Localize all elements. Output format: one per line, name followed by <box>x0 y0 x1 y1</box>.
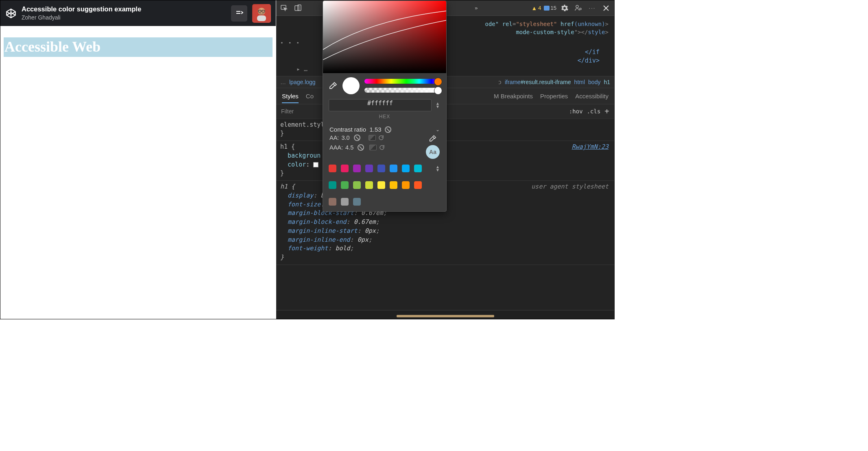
source-link[interactable]: RwajYmN:23 <box>572 143 608 152</box>
ua-property-row[interactable]: margin-inline-end: 0px; <box>280 236 608 245</box>
palette-swatch[interactable] <box>329 181 336 189</box>
close-icon[interactable] <box>600 2 612 14</box>
breadcrumb-item[interactable]: lpage.logg <box>289 79 316 85</box>
color-format-label: HEX <box>323 112 446 124</box>
codepen-logo-icon <box>5 8 17 19</box>
console-drawer-handle[interactable] <box>276 310 614 319</box>
breadcrumb-item[interactable]: body <box>588 79 600 85</box>
aaa-fail-icon <box>358 144 364 151</box>
palette-swatch[interactable] <box>353 165 361 172</box>
svg-point-14 <box>580 8 581 10</box>
aaa-fix-swatch-icon[interactable] <box>369 145 377 150</box>
contrast-fail-icon <box>385 126 391 133</box>
hov-toggle[interactable]: :hov <box>569 108 583 115</box>
aaa-threshold-row: AAA: 4.5 <box>329 144 420 151</box>
palette-swatch[interactable] <box>402 165 410 172</box>
more-options-icon[interactable]: ··· <box>587 2 598 14</box>
palette-swatch[interactable] <box>377 165 385 172</box>
palette-swatch[interactable] <box>365 165 373 172</box>
new-rule-button[interactable]: + <box>604 107 609 116</box>
hue-slider[interactable] <box>364 79 441 84</box>
pen-author[interactable]: Zoher Ghadyali <box>22 14 226 21</box>
ua-property-row[interactable]: margin-block-end: 0.67em; <box>280 218 608 227</box>
contrast-ratio-row[interactable]: Contrast ratio 1.53 ⌄ <box>323 124 446 134</box>
aa-threshold-row: AA: 3.0 <box>329 134 420 141</box>
contrast-value: 1.53 <box>369 126 381 133</box>
alpha-slider[interactable] <box>364 88 441 93</box>
expand-icon[interactable] <box>231 5 247 22</box>
palette-swatch[interactable] <box>402 181 410 189</box>
format-switch-icon[interactable]: ▲▼ <box>435 102 441 108</box>
issues-count: 15 <box>551 5 556 11</box>
ua-property-row[interactable]: font-weight: bold; <box>280 244 608 253</box>
preview-area: Accessible Web <box>0 26 276 319</box>
current-color-sample <box>342 77 360 94</box>
breadcrumb-item[interactable]: h1 <box>604 79 610 85</box>
palette-swatch[interactable] <box>329 198 336 206</box>
palette-swatch[interactable] <box>329 165 336 172</box>
pen-title: Accessible color suggestion example <box>22 5 226 13</box>
contrast-eyedropper-icon[interactable] <box>429 134 437 143</box>
filter-input[interactable]: Filter <box>281 108 294 115</box>
contrast-sample-badge: Aa <box>426 145 440 159</box>
palette-scroll-icon[interactable]: ▲▼ <box>435 165 441 172</box>
aa-reload-icon[interactable] <box>378 135 384 141</box>
palette-swatch[interactable] <box>341 198 349 206</box>
palette-swatch[interactable] <box>353 181 361 189</box>
svg-rect-11 <box>295 6 299 11</box>
codepen-header: Accessible color suggestion example Zohe… <box>0 0 276 26</box>
tab-computed[interactable]: Co <box>306 93 314 100</box>
svg-rect-7 <box>257 15 266 21</box>
settings-icon[interactable] <box>559 2 570 14</box>
eyedropper-icon[interactable] <box>329 81 338 90</box>
warnings-count: 4 <box>538 5 541 11</box>
color-swatch-icon[interactable] <box>313 162 318 167</box>
palette-swatch[interactable] <box>365 181 373 189</box>
ua-property-row[interactable]: margin-inline-start: 0px; <box>280 227 608 236</box>
palette-swatch[interactable] <box>377 181 385 189</box>
more-tabs-icon[interactable]: » <box>475 5 478 11</box>
palette-swatch[interactable] <box>414 165 422 172</box>
tab-accessibility[interactable]: Accessibility <box>575 93 608 100</box>
palette-swatch[interactable] <box>390 181 397 189</box>
tab-properties[interactable]: Properties <box>540 93 568 100</box>
palette-swatch[interactable] <box>414 181 422 189</box>
device-toolbar-icon[interactable] <box>292 2 304 14</box>
palette-swatch[interactable] <box>390 165 397 172</box>
feedback-icon[interactable] <box>573 2 584 14</box>
aaa-reload-icon[interactable] <box>379 145 385 150</box>
cls-toggle[interactable]: .cls <box>587 108 601 115</box>
codepen-title-block: Accessible color suggestion example Zohe… <box>22 5 226 21</box>
saturation-value-canvas[interactable] <box>323 1 446 73</box>
issues-badge[interactable]: 15 <box>544 5 556 11</box>
user-avatar[interactable] <box>252 4 271 23</box>
palette-swatch[interactable] <box>353 198 361 206</box>
ua-stylesheet-label: user agent stylesheet <box>531 182 608 191</box>
tab-dom-breakpoints[interactable]: M Breakpoints <box>494 93 533 100</box>
hex-input[interactable]: #ffffff <box>329 99 432 111</box>
preview-heading: Accessible Web <box>4 37 273 57</box>
inspect-element-icon[interactable] <box>279 2 290 14</box>
svg-point-6 <box>258 8 265 15</box>
breadcrumb-overflow[interactable]: … <box>280 79 286 85</box>
warnings-badge[interactable]: ▲4 <box>531 5 541 11</box>
chevron-down-icon[interactable]: ⌄ <box>436 127 440 132</box>
codepen-preview-pane: Accessible color suggestion example Zohe… <box>0 0 276 319</box>
palette-swatch[interactable] <box>341 165 349 172</box>
aa-fail-icon <box>354 134 360 141</box>
aa-fix-swatch-icon[interactable] <box>369 135 376 141</box>
palette-swatch-grid: ▲▼ <box>323 163 446 211</box>
contrast-label: Contrast ratio <box>329 126 366 133</box>
breadcrumb-item[interactable]: iframe#result.result-iframe <box>505 79 571 85</box>
color-picker-popover: #ffffff ▲▼ HEX Contrast ratio 1.53 ⌄ AA:… <box>323 0 447 212</box>
svg-point-13 <box>576 5 578 8</box>
palette-swatch[interactable] <box>341 181 349 189</box>
tab-styles[interactable]: Styles <box>282 93 299 103</box>
breadcrumb-item[interactable]: html <box>574 79 585 85</box>
